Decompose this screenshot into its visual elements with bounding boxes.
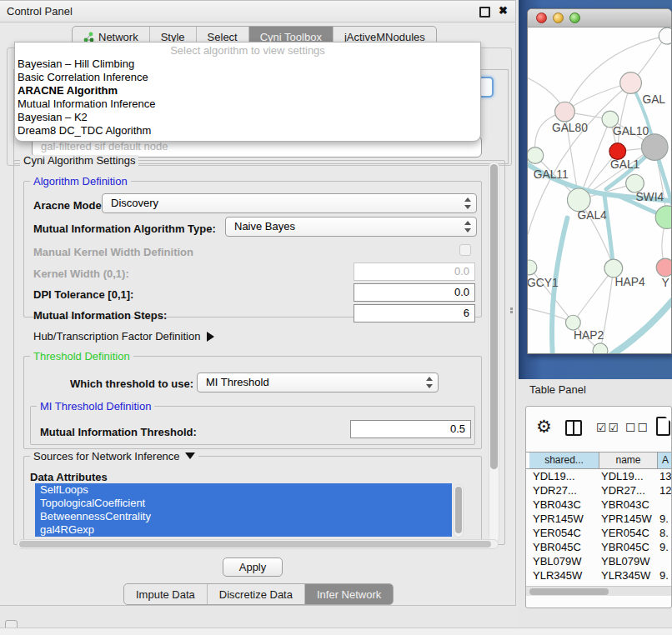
- close-window-icon[interactable]: [536, 12, 547, 23]
- cyni-mode-tab-bar: Impute Data Discretize Data Infer Networ…: [123, 583, 394, 605]
- network-window-titlebar[interactable]: [528, 9, 671, 28]
- algorithm-option[interactable]: Basic Correlation Inference: [15, 71, 480, 84]
- sources-title[interactable]: Sources for Network Inference: [30, 451, 198, 462]
- minimize-window-icon[interactable]: [553, 12, 564, 23]
- network-canvas[interactable]: GALGAL80GAL10GAL1GAL11SWI4GAL4GCY1HAP4YH…: [528, 28, 671, 353]
- network-node-label: HAP4: [615, 275, 645, 288]
- mi-threshold-input[interactable]: 0.5: [350, 420, 471, 438]
- cell-value: 9.: [659, 540, 672, 554]
- kernel-width-input[interactable]: 0.0: [354, 262, 475, 281]
- zoom-window-icon[interactable]: [569, 12, 580, 23]
- settings-vertical-scrollbar[interactable]: [489, 162, 499, 543]
- new-table-icon[interactable]: [656, 417, 670, 436]
- mi-threshold-label: Mutual Information Threshold:: [40, 426, 197, 438]
- which-threshold-label: Which threshold to use:: [70, 378, 193, 390]
- algorithm-option[interactable]: ARACNE Algorithm: [15, 84, 480, 98]
- float-panel-icon[interactable]: [479, 7, 490, 18]
- dpi-tolerance-input[interactable]: 0.0: [354, 283, 475, 302]
- network-view-window[interactable]: GALGAL80GAL10GAL1GAL11SWI4GAL4GCY1HAP4YH…: [527, 8, 672, 354]
- mi-type-combo[interactable]: Naive Bayes: [225, 217, 477, 237]
- data-attributes-list: SelfLoopsTopologicalCoefficientBetweenne…: [35, 483, 452, 538]
- control-panel-title: Control Panel: [7, 5, 73, 18]
- network-node[interactable]: [593, 343, 608, 353]
- gear-icon[interactable]: ⚙: [536, 417, 552, 437]
- data-attribute-item[interactable]: gal4RGexp: [35, 523, 452, 537]
- table-row[interactable]: YBL079W YBL079W: [526, 554, 672, 568]
- split-columns-icon[interactable]: [565, 420, 582, 436]
- panel-splitter-grip[interactable]: [509, 307, 514, 314]
- cell-name: YBR045C: [601, 540, 658, 554]
- table-row[interactable]: YER054C YER054C 8.: [526, 526, 672, 540]
- collapse-down-icon: [185, 452, 195, 459]
- table-row[interactable]: YBR045C YBR045C 9.: [526, 540, 672, 554]
- cell-name: YPR145W: [601, 512, 658, 526]
- aracne-mode-label: Aracne Mode:: [33, 199, 105, 212]
- network-node[interactable]: [656, 258, 671, 277]
- close-panel-icon[interactable]: ✖: [499, 4, 508, 17]
- mi-threshold-title: MI Threshold Definition: [37, 401, 154, 412]
- network-node-label: SWI4: [635, 190, 664, 203]
- aracne-mode-combo[interactable]: Discovery: [102, 193, 477, 213]
- table-horizontal-scrollbar-thumb[interactable]: [529, 588, 609, 595]
- cell-value: 12: [659, 483, 672, 498]
- table-row[interactable]: YDR27... YDR27... 12: [526, 483, 672, 498]
- which-threshold-combo[interactable]: MI Threshold: [197, 372, 439, 392]
- cell-value: 9.: [659, 512, 672, 526]
- settings-horizontal-scrollbar[interactable]: [17, 539, 499, 549]
- settings-horizontal-scrollbar-thumb[interactable]: [19, 541, 491, 548]
- cell-shared-name: YPR145W: [533, 512, 598, 526]
- data-attribute-item[interactable]: SelfLoops: [35, 483, 452, 497]
- column-header-partial[interactable]: A: [658, 452, 672, 468]
- network-node[interactable]: [620, 72, 642, 94]
- cell-value: 13: [659, 469, 672, 483]
- data-attribute-item[interactable]: TopologicalCoefficient: [35, 497, 452, 510]
- mi-steps-label: Mutual Information Steps:: [33, 309, 167, 322]
- manual-kernel-checkbox[interactable]: [459, 244, 471, 256]
- select-all-columns-icon[interactable]: ☑☑: [596, 421, 620, 434]
- column-header-name[interactable]: name: [599, 452, 658, 468]
- algorithm-option[interactable]: Mutual Information Inference: [15, 98, 480, 111]
- attributes-list-scrollbar[interactable]: [454, 484, 464, 538]
- table-row[interactable]: YPR145W YPR145W 9.: [526, 512, 672, 526]
- table-row[interactable]: YDL19... YDL19... 13: [526, 469, 672, 483]
- network-node[interactable]: [641, 134, 668, 161]
- control-panel-window: Control Panel ✖ Network Style Select Cyn…: [0, 0, 516, 606]
- tab-infer-network[interactable]: Infer Network: [305, 584, 393, 604]
- table-horizontal-scrollbar[interactable]: [526, 586, 672, 596]
- dpi-tolerance-label: DPI Tolerance [0,1]:: [33, 288, 133, 301]
- network-node[interactable]: [555, 102, 575, 122]
- table-row[interactable]: YLR345W YLR345W 9.: [526, 568, 672, 582]
- tab-impute-data[interactable]: Impute Data: [124, 584, 208, 604]
- cell-name: YER054C: [601, 526, 658, 540]
- cell-name: YBR043C: [601, 498, 658, 512]
- combo-spinner-icon: [464, 221, 470, 232]
- apply-button[interactable]: Apply: [223, 558, 283, 577]
- network-node-label: GAL: [642, 92, 665, 106]
- network-node[interactable]: [528, 260, 537, 275]
- column-header-shared-name[interactable]: shared...: [529, 452, 599, 468]
- hub-definition-expander[interactable]: Hub/Transcription Factor Definition: [33, 330, 214, 342]
- algorithm-option[interactable]: Dream8 DC_TDC Algorithm: [15, 124, 480, 138]
- cell-shared-name: YBR045C: [533, 540, 598, 554]
- table-panel-window: ⚙ ☑☑ ☐☐ shared... name A YDL19... YDL19.…: [525, 406, 672, 608]
- network-node-label: Y: [661, 276, 669, 289]
- right-desktop-area: GALGAL80GAL10GAL1GAL11SWI4GAL4GCY1HAP4YH…: [519, 0, 672, 635]
- settings-vertical-scrollbar-thumb[interactable]: [490, 164, 498, 469]
- cell-name: YBL079W: [601, 554, 658, 568]
- mi-steps-input[interactable]: 6: [354, 304, 475, 322]
- network-node[interactable]: [659, 28, 671, 44]
- network-node[interactable]: [655, 206, 671, 229]
- algorithm-option[interactable]: Bayesian – K2: [15, 111, 480, 124]
- combo-spinner-icon: [464, 198, 470, 209]
- deselect-all-columns-icon[interactable]: ☐☐: [625, 421, 649, 434]
- status-bar: [0, 628, 672, 635]
- cell-shared-name: YER054C: [533, 526, 598, 540]
- attributes-list-scrollbar-thumb[interactable]: [455, 487, 462, 533]
- algorithm-option[interactable]: Bayesian – Hill Climbing: [15, 58, 480, 71]
- network-node[interactable]: [528, 148, 544, 164]
- table-row[interactable]: YBR043C YBR043C: [526, 498, 672, 512]
- network-nodes-layer: GALGAL80GAL10GAL1GAL11SWI4GAL4GCY1HAP4YH…: [528, 28, 671, 353]
- tab-discretize-data[interactable]: Discretize Data: [208, 584, 305, 604]
- network-node-label: GAL1: [610, 158, 640, 171]
- data-attribute-item[interactable]: BetweennessCentrality: [35, 510, 452, 523]
